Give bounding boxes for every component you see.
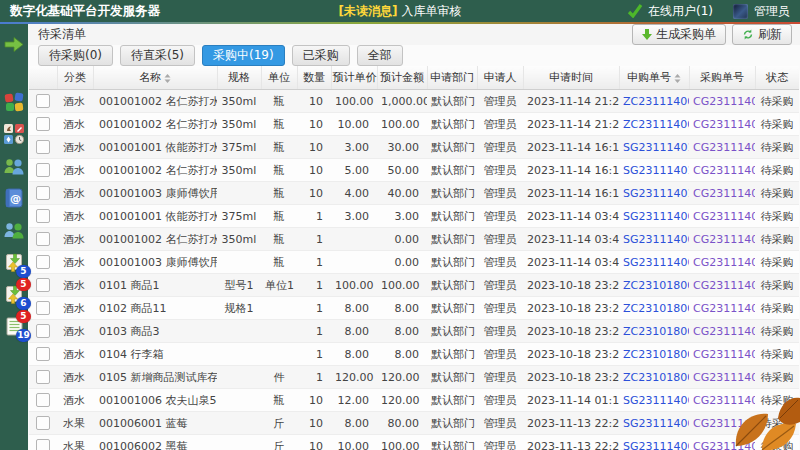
doc-transfer-icon[interactable]: 5 [1,250,27,274]
col-name[interactable]: 名称 [93,66,217,90]
cell-request-no-link[interactable]: ZC231018002 [619,366,689,389]
row-checkbox[interactable] [36,393,50,407]
cell-purchase-no-link[interactable]: CG231114026 [689,159,755,182]
tab-purchased[interactable]: 已采购 [292,45,350,66]
col-quantity[interactable]: 数量 [297,66,331,90]
table-row[interactable]: 酒水 0103 商品3 1 8.00 8.00 默认部门 管理员 2023-10… [29,320,799,343]
cell-name: 001001006 农夫山泉5L [93,389,217,412]
cell-request-no-link[interactable]: ZC231114001 [619,90,689,113]
col-applicant[interactable]: 申请人 [477,66,523,90]
cell-purchase-no-link[interactable]: CG231114010 [689,274,755,297]
row-checkbox[interactable] [36,94,50,108]
cell-purchase-no-link[interactable]: CG231114026 [689,182,755,205]
row-checkbox[interactable] [36,232,50,246]
table-row[interactable]: 酒水 001001002 名仁苏打水 350ml 瓶 1 0.00 默认部门 管… [29,228,799,251]
col-department[interactable]: 申请部门 [427,66,477,90]
tab-direct-purchase[interactable]: 待直采(5) [120,45,195,66]
cell-purchase-no-link[interactable]: CG231114010 [689,297,755,320]
table-row[interactable]: 酒水 0102 商品11 规格1 1 8.00 8.00 默认部门 管理员 20… [29,297,799,320]
cell-request-no-link[interactable]: SG231114008 [619,251,689,274]
row-checkbox[interactable] [36,347,50,361]
cell-purchase-no-link[interactable]: CG231114014 [689,251,755,274]
col-unit[interactable]: 单位 [261,66,297,90]
col-est-price[interactable]: 预计单价 [331,66,377,90]
table-row[interactable]: 水果 001006002 黑莓 斤 10 10.00 100.00 默认部门 管… [29,435,799,450]
table-row[interactable]: 酒水 001001003 康师傅饮用水550ml 瓶 10 4.00 40.00… [29,182,799,205]
people-green-blue-icon[interactable] [1,154,27,178]
row-checkbox[interactable] [36,301,50,315]
col-spec[interactable]: 规格 [217,66,261,90]
green-arrow-icon[interactable] [1,32,27,56]
user-menu[interactable]: 管理员 [733,3,790,20]
table-row[interactable]: 酒水 001001001 依能苏打水 375ml 瓶 10 3.00 30.00… [29,136,799,159]
cell-purchase-no-link[interactable]: CG231114010 [689,366,755,389]
row-checkbox[interactable] [36,186,50,200]
row-checkbox[interactable] [36,416,50,430]
tab-pending-purchase[interactable]: 待采购(0) [38,45,113,66]
col-status[interactable]: 状态 [755,66,799,90]
col-apply-time[interactable]: 申请时间 [523,66,619,90]
row-checkbox[interactable] [36,324,50,338]
row-checkbox[interactable] [36,117,50,131]
people-blue-green-icon[interactable] [1,218,27,242]
cell-request-no-link[interactable]: SG231114005 [619,389,689,412]
row-checkbox[interactable] [36,278,50,292]
table-row[interactable]: 酒水 001001001 依能苏打水 375ml 瓶 1 3.00 3.00 默… [29,205,799,228]
cell-purchase-no-link[interactable]: CG231114026 [689,136,755,159]
cell-purchase-no-link[interactable]: CG231114010 [689,320,755,343]
cell-purchase-no-link[interactable]: CG231114008 [689,389,755,412]
cell-request-no-link[interactable]: ZC231114001 [619,113,689,136]
puzzle-icon[interactable] [1,90,27,114]
cell-purchase-no-link[interactable]: CG231114027 [689,90,755,113]
notification-text[interactable]: 入库单审核 [401,4,461,18]
col-category[interactable]: 分类 [57,66,93,90]
col-request-no[interactable]: 申购单号 [619,66,689,90]
cell-purchase-no-link[interactable]: CG231114010 [689,343,755,366]
cell-purchase-no-link[interactable]: CG231114014 [689,228,755,251]
cell-request-no-link[interactable]: SG231114010 [619,159,689,182]
tools-icon[interactable] [1,122,27,146]
table-row[interactable]: 酒水 0104 行李箱 1 8.00 8.00 默认部门 管理员 2023-10… [29,343,799,366]
row-checkbox[interactable] [36,209,50,223]
row-checkbox[interactable] [36,370,50,384]
table-row[interactable]: 酒水 0105 新增商品测试库存及退货 件 1 120.00 120.00 默认… [29,366,799,389]
cell-purchase-no-link[interactable]: CG231114002 [689,412,755,435]
sort-icon[interactable] [674,74,681,83]
cell-request-no-link[interactable]: SG231114010 [619,136,689,159]
table-row[interactable]: 酒水 0101 商品1 型号1 单位1 1 100.00 100.00 默认部门… [29,274,799,297]
cell-request-no-link[interactable]: SG231114008 [619,228,689,251]
table-row[interactable]: 酒水 001001002 名仁苏打水 350ml 瓶 10 5.00 50.00… [29,159,799,182]
cell-request-no-link[interactable]: ZC231018002 [619,320,689,343]
table-row[interactable]: 酒水 001001002 名仁苏打水 350ml 瓶 10 10.00 100.… [29,113,799,136]
generate-purchase-order-button[interactable]: 生成采购单 [632,24,726,45]
table-row[interactable]: 水果 001006001 蓝莓 斤 10 8.00 80.00 默认部门 管理员… [29,412,799,435]
cell-request-no-link[interactable]: ZC231018002 [619,297,689,320]
sort-icon[interactable] [164,74,171,83]
table-row[interactable]: 酒水 001001002 名仁苏打水 350ml 瓶 10 100.00 1,0… [29,90,799,113]
cell-purchase-no-link[interactable]: CG231114027 [689,113,755,136]
doc-transfer-2-icon[interactable]: 56 [1,282,27,306]
tab-purchasing[interactable]: 采购中(19) [202,45,285,66]
cell-purchase-no-link[interactable]: CG231114002 [689,435,755,450]
row-checkbox[interactable] [36,439,50,450]
table-row[interactable]: 酒水 001001006 农夫山泉5L 瓶 10 12.00 120.00 默认… [29,389,799,412]
cell-purchase-no-link[interactable]: CG231114014 [689,205,755,228]
col-est-amount[interactable]: 预计金额 [377,66,427,90]
row-checkbox[interactable] [36,163,50,177]
unread-message-label[interactable]: [未读消息] [339,4,398,18]
cell-request-no-link[interactable]: SG231114001 [619,412,689,435]
tab-all[interactable]: 全部 [357,45,403,66]
refresh-button[interactable]: 刷新 [732,24,792,45]
col-purchase-no[interactable]: 采购单号 [689,66,755,90]
cell-request-no-link[interactable]: ZC231018002 [619,343,689,366]
contacts-icon[interactable]: @ [1,186,27,210]
cell-request-no-link[interactable]: SG231114008 [619,205,689,228]
doc-list-icon[interactable]: 519 [1,314,27,338]
cell-request-no-link[interactable]: ZC231018002 [619,274,689,297]
table-row[interactable]: 酒水 001001003 康师傅饮用水550ml 瓶 1 0.00 默认部门 管… [29,251,799,274]
online-users[interactable]: 在线用户(1) [627,3,713,20]
row-checkbox[interactable] [36,140,50,154]
cell-request-no-link[interactable]: SG231114010 [619,182,689,205]
row-checkbox[interactable] [36,255,50,269]
cell-request-no-link[interactable]: SG231114001 [619,435,689,450]
